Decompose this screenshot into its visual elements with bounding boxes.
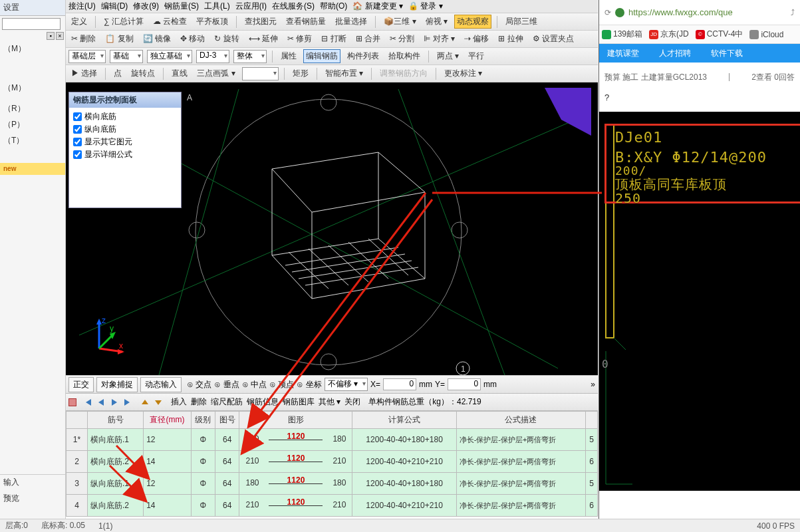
left-input[interactable] [2, 18, 61, 30]
menu-item[interactable]: 🏠 新建变更 ▾ [352, 1, 403, 12]
grid-header[interactable]: 筋号 [88, 412, 144, 429]
tb4-btn[interactable]: ▶ 选择 [68, 66, 100, 80]
grid-tb-btn[interactable]: 删除 [191, 396, 207, 408]
snap-mode[interactable]: ⊙ 顶点 [269, 379, 294, 390]
nav-last-icon[interactable] [123, 398, 132, 407]
left-row[interactable] [0, 62, 65, 66]
display-checkbox[interactable]: 纵向底筋 [72, 123, 178, 136]
grid-tb-btn[interactable]: 插入 [171, 396, 187, 408]
tb1-btn[interactable]: ∑ 汇总计算 [101, 15, 146, 29]
nav-tab[interactable]: 人才招聘 [659, 48, 691, 59]
left-row[interactable]: （T） [0, 133, 65, 149]
display-checkbox[interactable]: 横向底筋 [72, 110, 178, 123]
grid-tb-btn[interactable]: 缩尺配筋 [211, 396, 243, 408]
snap-toggle[interactable]: 正交 [68, 377, 94, 392]
up-icon[interactable] [140, 398, 150, 407]
display-checkbox[interactable]: 显示详细公式 [72, 148, 178, 161]
tb2-btn[interactable]: ⊞ 合并 [353, 32, 383, 46]
grid-header[interactable]: 公式描述 [456, 412, 585, 429]
table-row[interactable]: 1*横向底筋.112Φ6418011201801200-40-40+180+18… [67, 429, 598, 451]
snap-mode[interactable]: ⊙ 垂点 [214, 379, 239, 390]
nav-tab[interactable]: 软件下载 [711, 48, 743, 59]
layer-dropdown[interactable]: 独立基础 [147, 50, 192, 63]
tb2-btn[interactable]: ⊫ 对齐 ▾ [421, 32, 458, 46]
tb4-btn[interactable]: 旋转点 [128, 66, 158, 80]
menu-item[interactable]: 云应用(I) [235, 1, 267, 12]
menu-item[interactable]: 钢筋量(S) [164, 1, 199, 12]
grid-header[interactable] [67, 412, 88, 429]
display-checkbox[interactable]: 显示其它图元 [72, 136, 178, 148]
bookmark[interactable]: JD京东(JD [649, 29, 689, 40]
snap-mode[interactable]: ⊙ 坐标 [297, 379, 321, 390]
tb1-btn[interactable]: 动态观察 [454, 15, 491, 29]
tb2-btn[interactable]: ⟷ 延伸 [246, 32, 281, 46]
tb1-btn[interactable]: 📦三维 ▾ [381, 15, 418, 29]
grid-header[interactable]: 图形 [239, 412, 352, 429]
nav-tab[interactable]: 建筑课堂 [607, 48, 639, 59]
tb2-btn[interactable]: ✂ 修剪 [285, 32, 315, 46]
left-row[interactable] [0, 154, 65, 158]
left-row[interactable] [0, 149, 65, 154]
nav-prev-icon[interactable] [96, 398, 106, 407]
menu-item[interactable]: 🔒 登录 ▾ [408, 1, 443, 12]
tb2-btn[interactable]: ✥ 移动 [178, 32, 207, 46]
tb2-btn[interactable]: 🔄 镜像 [140, 32, 174, 46]
tb4-btn[interactable]: 直线 [169, 66, 190, 80]
tb1-btn[interactable]: 查找图元 [242, 15, 279, 29]
snap-toggle[interactable]: 动态输入 [140, 377, 182, 392]
grid-header[interactable]: 级别 [191, 412, 215, 429]
bookmark[interactable]: 139邮箱 [602, 29, 642, 40]
tb1-btn[interactable]: 平齐板顶 [194, 15, 231, 29]
left-row[interactable] [0, 57, 65, 62]
tb3-btn[interactable]: 构件列表 [344, 49, 382, 63]
menu-item[interactable]: 在线服务(S) [272, 1, 315, 12]
nav-first-icon[interactable] [83, 398, 92, 407]
left-row[interactable]: （P） [0, 117, 65, 133]
bookmark[interactable]: ©CCTV-4中 [696, 29, 743, 40]
tb3-btn[interactable]: 编辑钢筋 [303, 49, 340, 63]
grid-tb-btn[interactable]: 其他 ▾ [319, 396, 340, 408]
offset-dropdown[interactable]: 不偏移 ▾ [325, 378, 368, 391]
tb1-btn[interactable]: 查看钢筋量 [283, 15, 329, 29]
pin-icon[interactable]: ▪ [47, 32, 55, 40]
tb3-right-btn[interactable]: 两点 ▾ [434, 49, 462, 63]
reload-icon[interactable]: ⟳ [604, 8, 611, 17]
nav-next-icon[interactable] [110, 398, 119, 407]
tb4-dropdown[interactable] [242, 67, 279, 80]
tb4-btn[interactable]: 三点画弧 ▾ [194, 66, 237, 80]
left-row[interactable] [0, 71, 65, 76]
snap-mode[interactable]: ⊙ 交点 [187, 379, 211, 390]
tb2-btn[interactable]: ⊞ 拉伸 [495, 32, 525, 46]
tb2-btn[interactable]: 📋 复制 [102, 32, 136, 46]
coord-xv[interactable]: 0 [383, 378, 416, 390]
snap-mode[interactable]: ⊙ 中点 [242, 379, 267, 390]
left-row[interactable] [0, 158, 65, 163]
tb4-btn2[interactable]: 更改标注 ▾ [442, 66, 485, 80]
tb1-btn[interactable]: ☁ 云检查 [150, 15, 190, 29]
left-row[interactable]: new [0, 163, 65, 175]
left-row[interactable]: （M） [0, 80, 65, 96]
tb2-btn[interactable]: ⚙ 设置夹点 [530, 32, 577, 46]
left-row[interactable]: （R） [0, 101, 65, 117]
close-grid-icon[interactable] [68, 398, 76, 406]
table-row[interactable]: 4纵向底筋.214Φ6421011202101200-40-40+210+210… [67, 495, 598, 517]
share-icon[interactable]: ⤴ [791, 8, 795, 17]
tb3-right-btn[interactable]: 平行 [466, 49, 487, 63]
left-row[interactable] [0, 175, 65, 180]
tb4-btn[interactable]: 点 [111, 66, 124, 80]
tb2-btn[interactable]: ↻ 旋转 [211, 32, 241, 46]
menu-item[interactable]: 修改(9) [133, 1, 159, 12]
down-icon[interactable] [154, 398, 163, 407]
tb3-btn[interactable]: 拾取构件 [386, 49, 423, 63]
tb4-btn2[interactable]: 矩形 [290, 66, 311, 80]
layer-dropdown[interactable]: 整体 [233, 50, 267, 63]
menu-item[interactable]: 帮助(O) [320, 1, 347, 12]
expand-icon[interactable]: » [591, 380, 595, 389]
snap-toggle[interactable]: 对象捕捉 [96, 377, 138, 392]
menu-item[interactable]: 接注(U) [68, 1, 96, 12]
tb4-btn2[interactable]: 智能布置 ▾ [323, 66, 366, 80]
left-row[interactable] [0, 96, 65, 101]
layer-dropdown[interactable]: 基础 [110, 50, 143, 63]
tb1-btn[interactable]: 批量选择 [333, 15, 370, 29]
left-row[interactable]: （M） [0, 41, 65, 57]
